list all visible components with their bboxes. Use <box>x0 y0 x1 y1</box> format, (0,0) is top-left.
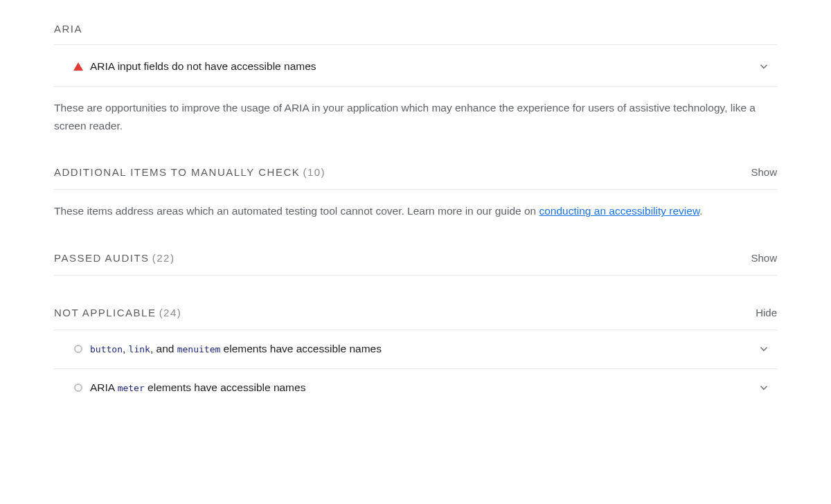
na-title-wrap: NOT APPLICABLE (24) <box>54 305 181 321</box>
code-link: link <box>129 344 150 354</box>
passed-audits-section: PASSED AUDITS (22) Show <box>54 250 777 276</box>
na-icon <box>66 345 90 353</box>
na-title: NOT APPLICABLE <box>54 307 156 318</box>
code-button: button <box>90 344 123 354</box>
na-header[interactable]: NOT APPLICABLE (24) Hide <box>54 305 777 330</box>
aria-description: These are opportunities to improve the u… <box>54 87 777 136</box>
chevron-down-icon[interactable] <box>753 343 774 355</box>
passed-title-wrap: PASSED AUDITS (22) <box>54 250 175 267</box>
manual-count: (10) <box>303 166 325 178</box>
code-meter: meter <box>118 383 145 393</box>
na-audit-title-1: ARIA meter elements have accessible name… <box>90 379 753 397</box>
aria-audits: ARIA input fields do not have accessible… <box>54 48 777 87</box>
na-icon <box>66 384 90 392</box>
manual-header[interactable]: ADDITIONAL ITEMS TO MANUALLY CHECK (10) … <box>54 164 777 190</box>
na-audit-row[interactable]: button, link, and menuitem elements have… <box>54 330 777 369</box>
manual-desc-prefix: These items address areas which an autom… <box>54 205 539 217</box>
manual-title-wrap: ADDITIONAL ITEMS TO MANUALLY CHECK (10) <box>54 164 325 181</box>
aria-header: ARIA <box>54 21 777 45</box>
na-audit-row[interactable]: ARIA meter elements have accessible name… <box>54 369 777 407</box>
na-audit-title-0: button, link, and menuitem elements have… <box>90 341 753 358</box>
na-count: (24) <box>159 307 182 318</box>
manual-description: These items address areas which an autom… <box>54 190 777 220</box>
chevron-down-icon[interactable] <box>753 60 774 73</box>
manual-desc-suffix: . <box>699 205 702 217</box>
aria-title: ARIA <box>54 21 82 37</box>
code-menuitem: menuitem <box>177 344 221 354</box>
manual-toggle[interactable]: Show <box>751 164 777 181</box>
na-toggle[interactable]: Hide <box>756 305 777 321</box>
accessibility-review-link[interactable]: conducting an accessibility review <box>539 205 700 217</box>
aria-audit-title: ARIA input fields do not have accessible… <box>90 58 753 75</box>
manual-title: ADDITIONAL ITEMS TO MANUALLY CHECK <box>54 166 300 178</box>
aria-audit-row[interactable]: ARIA input fields do not have accessible… <box>54 48 777 87</box>
not-applicable-section: NOT APPLICABLE (24) Hide button, link, a… <box>54 305 777 407</box>
passed-header[interactable]: PASSED AUDITS (22) Show <box>54 250 777 276</box>
fail-icon <box>66 62 90 71</box>
passed-title: PASSED AUDITS <box>54 252 150 264</box>
passed-count: (22) <box>152 252 175 264</box>
aria-section: ARIA ARIA input fields do not have acces… <box>54 21 777 135</box>
chevron-down-icon[interactable] <box>753 381 774 394</box>
passed-toggle[interactable]: Show <box>751 250 777 267</box>
manual-check-section: ADDITIONAL ITEMS TO MANUALLY CHECK (10) … <box>54 164 777 220</box>
